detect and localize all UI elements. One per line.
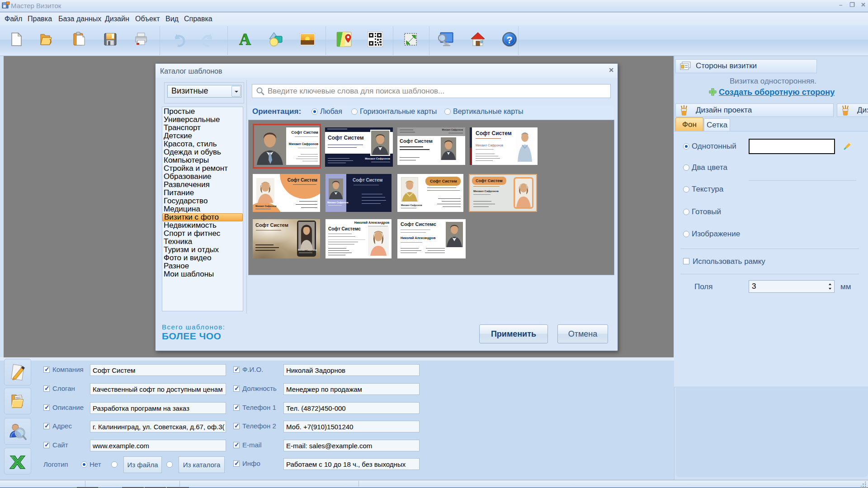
svg-text:?: ? bbox=[506, 34, 512, 46]
svg-text:A: A bbox=[239, 32, 251, 47]
